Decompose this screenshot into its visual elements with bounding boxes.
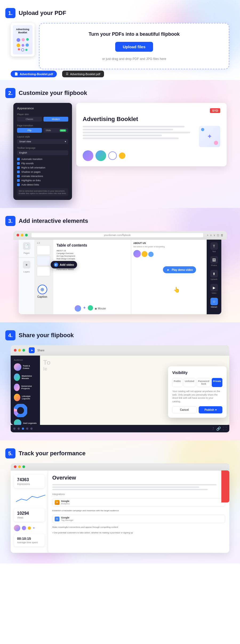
text-line <box>83 138 179 139</box>
layout-label: Layout style <box>17 135 68 138</box>
sidebar-icon-layers[interactable]: ≡ <box>23 261 30 268</box>
toolbar-uploads[interactable]: ⬆ Uploads <box>210 270 218 280</box>
flipbook-editor: 📄 Pages ≡ Layers 1-2 <box>19 240 221 314</box>
vis-password[interactable]: Password lock <box>197 378 211 387</box>
deco-circle <box>28 526 31 530</box>
add-video-bubble[interactable]: ▶ Add video <box>51 261 77 268</box>
text-line <box>83 135 162 136</box>
drag-drop-text: or just drag and drop PDF and JPG files … <box>50 57 218 61</box>
sparkline-chart <box>16 492 45 503</box>
demo-video-button[interactable]: ▶ Play demo video <box>163 266 196 273</box>
toolbar-language-row: Toolbar language English <box>17 147 68 155</box>
caption-bubble[interactable]: ⊕ Caption <box>37 285 47 298</box>
nav-dots <box>13 428 33 430</box>
caption-circle-icon: ⊕ <box>38 285 47 294</box>
vis-private[interactable]: Private <box>212 378 222 387</box>
editor-container: yourdomain.com/flipbook + ∧ ∨ ⊡ 🗑 📄 Page… <box>13 231 227 314</box>
sidebar-person-2: Madeleine Mouais <box>14 373 37 381</box>
file-badge-dark[interactable]: ☰ Advertising-Booklet.pdf <box>62 71 104 77</box>
transition-slide[interactable]: Slide NEW <box>43 128 68 133</box>
step-3-header: 3. Add interactive elements <box>5 216 235 226</box>
upload-files-button[interactable]: Upload files <box>115 42 153 52</box>
send-icon: ➤ <box>29 347 35 353</box>
preview-image: ✦ <box>199 126 220 147</box>
overview-title: Overview <box>52 475 225 481</box>
thumb-shapes <box>17 38 29 42</box>
options-list: Automatic transition Flip sounds Right t… <box>17 158 68 186</box>
link-icon[interactable]: 🔗 <box>216 426 221 431</box>
page-transition-row: Page transition Flip Slide NEW <box>17 124 68 133</box>
person-name-5: Joel Legends <box>23 422 37 424</box>
pdf-thumb-title: Advertising Booklet <box>13 28 33 34</box>
appearance-note: We've detected animated links in your do… <box>17 188 68 196</box>
nav-dot-5 <box>30 428 33 430</box>
toolbar-text[interactable]: T Text <box>210 242 218 252</box>
share-icon[interactable]: ⤴ <box>212 426 214 431</box>
analytics-avatar-1 <box>14 525 20 531</box>
dropdown-arrow-icon: ▾ <box>215 408 217 411</box>
stat-time-label: Average time spent <box>17 541 41 544</box>
stat-card-impressions: 74363 Impressions <box>14 475 45 488</box>
pdf-thumbnail: Advertising Booklet <box>11 23 35 57</box>
analytics-description-3: • One potential customers to take action… <box>52 531 225 534</box>
toolbar-language-label: Toolbar language <box>17 147 68 149</box>
stat-views-label: Views <box>17 516 41 519</box>
add-video-play-icon: ▶ <box>54 263 58 267</box>
nav-dot-2 <box>18 428 20 430</box>
preview-booklet-title: Advertising Booklet <box>83 116 220 123</box>
stat-card-views: 10294 Views <box>14 508 45 522</box>
toolbar-video[interactable]: ▶ Video <box>210 284 218 294</box>
file-badge-blue[interactable]: 📄 Advertising-Booklet.pdf <box>11 71 57 77</box>
book-page-right: ABOUT US We believe in the power of stor… <box>131 240 207 314</box>
editor-canvas: Table of contents ABOUT US Campaign Over… <box>53 240 207 314</box>
stat-time-value: 00:10:15 <box>17 537 41 541</box>
sidebar-icon-pages[interactable]: 📄 <box>23 242 30 250</box>
close-dot <box>17 234 19 236</box>
google-tag-icon: G <box>55 517 59 521</box>
toc-item: Real Design Concepts <box>57 258 128 260</box>
fullscreen-icon[interactable]: ⛶ <box>223 426 227 431</box>
video-icon: ▶ <box>210 284 218 291</box>
vis-unlisted[interactable]: Unlisted <box>183 378 196 387</box>
toolbar-icon-copy: ⊡ <box>217 234 219 237</box>
page-thumb-3[interactable] <box>37 267 50 276</box>
editor-left-sidebar: 📄 Pages ≡ Layers <box>19 240 35 314</box>
syd-logo: SYD <box>210 108 220 113</box>
page-thumb-2[interactable] <box>37 256 50 265</box>
language-select[interactable]: English <box>17 150 68 155</box>
skin-classic[interactable]: Classic <box>17 117 42 122</box>
step-2-number: 2. <box>5 88 15 98</box>
toolbar-interact[interactable]: ☆ Interact <box>210 298 218 308</box>
text-line <box>52 489 208 490</box>
page-thumb-1[interactable] <box>37 245 50 255</box>
audience-label: Audience <box>14 359 37 361</box>
skin-modern[interactable]: Modern <box>43 117 68 122</box>
cancel-button[interactable]: Cancel <box>172 406 197 413</box>
min-dot <box>18 465 21 468</box>
opt-auto-detect: Auto-detect links <box>17 183 68 186</box>
step-4-number: 4. <box>5 330 15 340</box>
person-name-3: Immersive Projects <box>21 385 37 390</box>
file-badges-row: 📄 Advertising-Booklet.pdf ☰ Advertising-… <box>5 68 235 77</box>
toolbar-icon-trash: 🗑 <box>221 234 223 237</box>
vis-public[interactable]: Public <box>172 378 182 387</box>
avatar-5 <box>14 419 21 425</box>
analytics-window: 74363 Impressions 10294 Views <box>11 470 229 553</box>
preview-logo-row: SYD <box>83 108 220 113</box>
toolbar-photos[interactable]: 🖼 Photos <box>210 256 218 266</box>
toc-item: ABOUT US <box>57 250 128 252</box>
transition-flip[interactable]: Flip <box>17 128 42 133</box>
visibility-options: Public Unlisted Password lock Private <box>172 378 222 387</box>
step-5-number: 5. <box>5 448 15 458</box>
opt-flip-sounds: Flip sounds <box>17 162 68 165</box>
google-analytics-badge: G Google Analytics <box>52 498 225 506</box>
toolbar-icons: + ∧ ∨ ⊡ 🗑 <box>207 234 223 237</box>
layout-select[interactable]: Smart view ▾ <box>17 139 68 144</box>
publish-button[interactable]: Publish ▾ <box>199 406 222 413</box>
editor-main: 1-2 Table of contents ABOUT US Campaign … <box>35 240 207 314</box>
uploads-label: Uploads <box>211 278 218 280</box>
deco-circle <box>22 526 26 530</box>
preview-body: ✦ <box>83 126 220 147</box>
step-3-section: 3. Add interactive elements yourdomain.c… <box>0 208 240 322</box>
close-dot <box>14 349 17 352</box>
